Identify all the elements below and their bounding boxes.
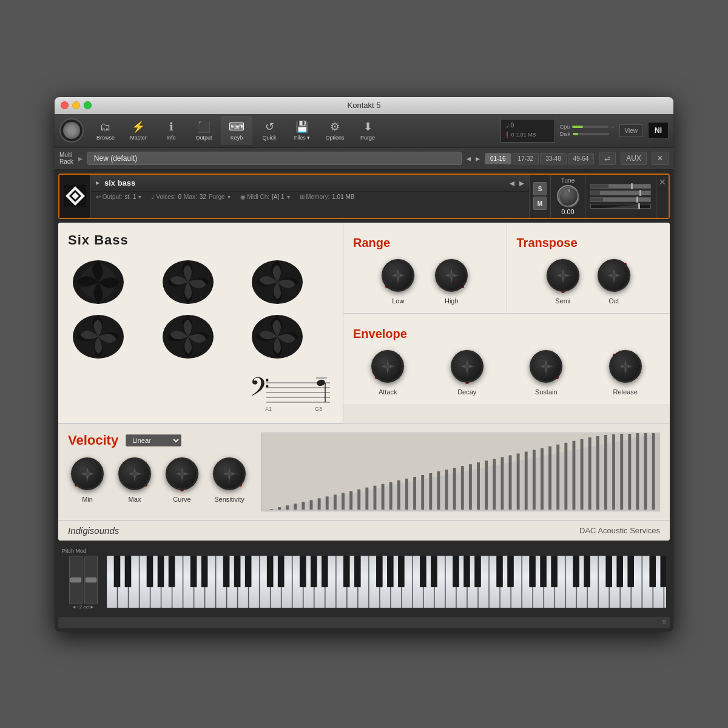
title-bar: Kontakt 5 (55, 97, 673, 114)
preset-prev[interactable]: ◂ (467, 153, 471, 163)
sustain-knob-group: Sustain (527, 347, 565, 396)
sensitivity-label: Sensitivity (214, 496, 244, 503)
low-knob-group: Low (379, 256, 417, 305)
aux-button[interactable]: AUX (621, 152, 647, 165)
mute-button[interactable]: M (533, 197, 547, 210)
svg-point-143 (623, 364, 628, 369)
tab-17-32[interactable]: 17-32 (513, 153, 539, 164)
close-button[interactable] (61, 101, 69, 109)
svg-point-19 (316, 379, 326, 386)
bass-icon-3 (247, 258, 333, 309)
max-knob-group: Max (115, 454, 154, 503)
pitch-slider-1[interactable] (69, 556, 83, 604)
inst-prev[interactable]: ◂ (510, 177, 514, 189)
left-panel: Six Bass (58, 223, 343, 423)
curve-knob-body[interactable] (166, 457, 198, 490)
high-knob-body[interactable] (435, 259, 468, 292)
min-label: Min (82, 496, 93, 503)
purge-button[interactable]: ⬇ Purge (352, 116, 383, 145)
high-knob[interactable] (432, 256, 471, 295)
svg-point-113 (465, 364, 470, 369)
svg-rect-319 (300, 556, 306, 587)
semi-knob-body[interactable] (547, 259, 579, 292)
master-button[interactable]: ⚡ Master (123, 116, 154, 145)
range-section: Range (343, 223, 507, 313)
maximize-button[interactable] (84, 101, 92, 109)
oct-knob-group: Oct (595, 256, 633, 305)
solo-button[interactable]: S (533, 182, 547, 195)
release-knob[interactable] (606, 347, 645, 386)
svg-rect-334 (529, 556, 536, 587)
main-toolbar: 🗂 Browse ⚡ Master ℹ Info ⬛ Output ⌨ Keyb… (55, 114, 673, 148)
sustain-knob[interactable] (527, 347, 565, 386)
transpose-knobs: Semi (517, 256, 661, 305)
preset-next[interactable]: ▸ (476, 153, 480, 163)
low-knob[interactable] (379, 256, 417, 295)
bass-icon-2 (158, 258, 244, 309)
resize-handle[interactable]: ⠿ (662, 619, 666, 625)
sensitivity-knob[interactable] (210, 454, 249, 493)
toolbar-right: ♩ 0 ! 0 1.01 MB Cpu − Disk View NI (500, 119, 669, 143)
preset-selector[interactable]: New (default) (87, 152, 462, 165)
inst-next[interactable]: ▸ (519, 177, 524, 189)
attack-knob-body[interactable] (371, 350, 404, 383)
envelope-label: Envelope (353, 322, 648, 341)
brand-name: Indigisounds (68, 525, 119, 536)
release-label: Release (613, 388, 638, 396)
sensitivity-knob-body[interactable] (213, 457, 246, 490)
tune-knob[interactable] (557, 185, 579, 207)
decay-knob[interactable] (448, 347, 487, 386)
master-icon: ⚡ (132, 120, 145, 133)
view-button[interactable]: View (619, 124, 644, 137)
tab-49-64[interactable]: 49-64 (568, 153, 595, 164)
curve-knob[interactable] (163, 454, 201, 493)
sustain-knob-body[interactable] (530, 350, 562, 383)
tune-value: 0.00 (561, 208, 574, 215)
svg-point-158 (85, 471, 90, 476)
svg-point-68 (561, 273, 565, 278)
minimize-button[interactable] (72, 101, 80, 109)
max-knob[interactable] (115, 454, 154, 493)
tune-label: Tune (561, 177, 575, 184)
tab-01-16[interactable]: 01-16 (485, 153, 511, 164)
attack-knob[interactable] (368, 347, 407, 386)
options-button[interactable]: ⚙ Options (319, 116, 351, 145)
tab-33-48[interactable]: 33-48 (540, 153, 567, 164)
pitch-sliders: ◄+2 oct► (62, 556, 104, 610)
velocity-mode-dropdown[interactable]: Linear Exponential Fixed (126, 434, 181, 447)
app-logo (59, 118, 84, 143)
attack-knob-group: Attack (368, 347, 407, 396)
svg-rect-337 (573, 556, 579, 587)
browse-button[interactable]: 🗂 Browse (90, 116, 121, 145)
oct-knob-body[interactable] (598, 259, 630, 292)
decay-knob-body[interactable] (451, 350, 484, 383)
preset-arrow[interactable]: ▸ (78, 153, 83, 163)
semi-knob[interactable] (544, 256, 582, 295)
keyboard[interactable] (107, 556, 666, 609)
oct-label: Oct (608, 297, 619, 305)
info-button[interactable]: ℹ Info (155, 116, 187, 145)
service-name: DAC Acoustic Services (579, 526, 660, 535)
keyb-button[interactable]: ⌨ Keyb (221, 116, 252, 145)
quick-button[interactable]: ↺ Quick (254, 116, 285, 145)
attack-label: Attack (379, 388, 397, 396)
svg-rect-333 (507, 556, 514, 587)
instrument-close[interactable]: ✕ (659, 177, 666, 187)
release-knob-body[interactable] (609, 350, 642, 383)
files-button[interactable]: 💾 Files ▾ (286, 116, 318, 145)
close-nav-button[interactable]: ✕ (652, 152, 669, 165)
svg-point-38 (396, 273, 400, 278)
pitch-slider-2[interactable] (84, 556, 98, 604)
velocity-label: Velocity (68, 433, 118, 448)
min-knob[interactable] (68, 454, 107, 493)
max-knob-body[interactable] (118, 457, 151, 490)
svg-marker-6 (591, 204, 639, 209)
output-button[interactable]: ⬛ Output (188, 116, 220, 145)
oct-knob[interactable] (595, 256, 633, 295)
min-knob-body[interactable] (71, 457, 104, 490)
oct-indicator[interactable]: ◄+2 oct► (72, 604, 95, 610)
bass-icon-1 (68, 258, 154, 309)
route-button[interactable]: ⇌ (599, 152, 616, 165)
range-knobs: Low (353, 256, 497, 305)
low-knob-body[interactable] (382, 259, 414, 292)
